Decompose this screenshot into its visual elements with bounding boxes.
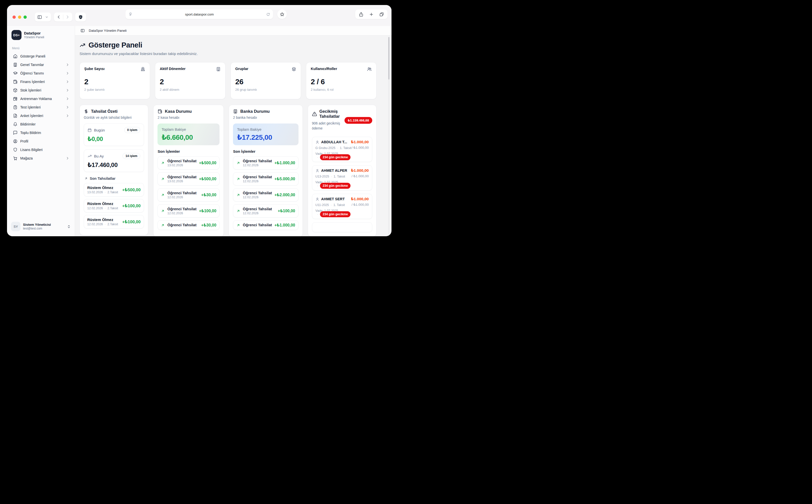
overdue-amount: ₺1.000,00 [351,168,369,173]
transaction-amount: +₺100,00 [199,209,216,213]
sidebar-item-antrenman-yoklama[interactable]: Antrenman-Yoklama [11,95,71,103]
map-pin-icon [141,67,145,71]
transaction-row[interactable]: Öğrenci Tahsilat 12.02.2026 +₺30,00 [157,188,219,201]
card-title: Kasa Durumu [165,109,191,114]
transaction-row[interactable]: Öğrenci Tahsilat 13.02.2026 +₺500,00 [157,172,219,185]
total-amount: / ₺1.000,00 [351,203,369,207]
wallet-icon [157,109,162,114]
back-icon[interactable] [57,15,61,19]
overdue-row[interactable]: ABDULLAH T... ₺1.000,00 G Grubu-20251. T… [312,137,372,162]
payer-name: Rüstem Ölmez [87,217,118,222]
banka-durumu-card: Banka Durumu 2 banka hesabı Toplam Bakiy… [229,105,303,236]
overdue-row-partial[interactable] [312,222,372,232]
overdue-row[interactable]: AHMET SERT ₺1.000,00 U11-20251. Taksit /… [312,194,372,219]
stat-card-sube-sayisi: Şube Sayısı 2 2 şube tanımlı [79,62,150,99]
transaction-date: 12.02.2026 [167,195,199,199]
overdue-amount: ₺1.000,00 [351,140,369,144]
debtor-name: AHMET ALPER [321,169,349,173]
privacy-report-button[interactable] [75,13,86,21]
panel-left-icon[interactable] [81,29,85,33]
trending-up-icon [87,154,92,158]
user-name: Sistem Yöneticisi [23,223,51,227]
zoom-window-button[interactable] [23,15,27,19]
sidebar-item-stok-islemleri[interactable]: Stok İşlemleri [11,86,71,95]
stat-subtitle: 2 aktif dönem [160,88,221,91]
sidebar-item-ogrenci-tanimi[interactable]: Öğrenci Tanımı [11,69,71,77]
transaction-row[interactable]: Öğrenci Tahsilat +₺1.000,00 [233,220,298,230]
arrow-up-right-icon [161,193,165,197]
cash-balance-box: Toplam Bakiye ₺6.660,00 [157,123,219,145]
sidebar-item-test-islemleri[interactable]: Test İşlemleri [11,103,71,111]
sidebar-item-lisans-bilgileri[interactable]: Lisans Bilgileri [11,145,71,154]
toolbar-right-group [355,9,387,19]
sidebar-item-label: Antrenman-Yoklama [20,97,63,101]
new-tab-icon[interactable] [369,12,374,17]
stat-card-kullanici-roller: Kullanıcı/Roller 2 / 6 2 kullanıcı, 6 ro… [306,62,377,99]
browser-window: sport.dataspor.com DS+ DataSpor Yönetim … [7,5,391,236]
transaction-name: Öğrenci Tahsilat [243,191,272,195]
transaction-row[interactable]: Öğrenci Tahsilat 12.02.2026 +₺100,00 [157,204,219,217]
chevron-down-icon [45,15,49,19]
dollar-icon [84,109,89,114]
balance-label: Toplam Bakiye [237,127,294,131]
avatar: SY [11,222,21,231]
collection-row[interactable]: Rüstem Ölmez 12.02.20262.Taksit +₺100,00 [84,199,144,213]
divider [63,15,63,19]
stat-value: 2 / 6 [311,77,372,86]
reader-view-icon[interactable] [129,12,133,16]
user-email: test@test.com [23,227,51,230]
installment: 2.Taksit [103,223,118,226]
building-icon [233,109,238,114]
minimize-window-button[interactable] [18,15,21,19]
stat-title: Kullanıcı/Roller [311,67,337,71]
sidebar-toggle-button[interactable] [35,13,51,21]
stat-subtitle: 26 grup tanımlı [235,88,296,91]
share-icon[interactable] [359,12,363,17]
app-subtitle: Yönetim Paneli [24,35,44,39]
transaction-row[interactable]: Öğrenci Tahsilat +₺30,00 [157,220,219,230]
wallet-icon [13,79,17,84]
transaction-name: Öğrenci Tahsilat [243,175,272,179]
forward-icon[interactable] [65,15,70,19]
users-icon [367,67,372,71]
tab-overview-icon[interactable] [379,12,384,17]
transaction-date: 13.02.2026 [167,179,196,183]
sidebar-item-finans-islemleri[interactable]: Finans İşlemleri [11,77,71,86]
user-menu[interactable]: SY Sistem Yöneticisi test@test.com [10,221,72,232]
transaction-amount: +₺5.000,00 [275,177,295,181]
transaction-row[interactable]: Öğrenci Tahsilat 12.02.2026 +₺100,00 [233,204,298,217]
overdue-row[interactable]: AHMET ALPER ₺1.000,00 U13-20251. Taksit … [312,165,372,191]
installment: 2.Taksit [103,191,118,194]
user-icon [315,197,319,201]
sidebar-item-magaza[interactable]: Mağaza [11,154,71,163]
sidebar-item-toplu-bildirim[interactable]: Toplu Bildirim [11,129,71,137]
collection-row[interactable]: Rüstem Ölmez 13.02.20262.Taksit +₺500,00 [84,183,144,197]
stat-subtitle: 2 kullanıcı, 6 rol [311,88,372,91]
bookmark-button[interactable] [277,9,287,19]
transaction-row[interactable]: Öğrenci Tahsilat 13.02.2026 +₺500,00 [157,156,219,169]
transaction-name: Öğrenci Tahsilat [243,223,272,227]
scrollbar-thumb[interactable] [388,37,389,79]
collection-row[interactable]: Rüstem Ölmez 12.02.20262.Taksit +₺100,00 [84,215,144,229]
sidebar-item-bildirimler[interactable]: Bildirimler [11,120,71,129]
sidebar-item-gosterge-paneli[interactable]: Gösterge Paneli [11,52,71,61]
transaction-name: Öğrenci Tahsilat [167,223,199,227]
clipboard-icon [13,105,17,109]
transaction-name: Öğrenci Tahsilat [167,159,196,163]
arrow-up-right-icon [161,209,165,213]
app-logo[interactable]: DS+ DataSpor Yönetim Paneli [11,29,71,43]
address-bar[interactable]: sport.dataspor.com [125,9,273,19]
sidebar-item-anket-islemleri[interactable]: Anket İşlemleri [11,111,71,120]
reload-icon[interactable] [266,13,270,16]
transaction-row[interactable]: Öğrenci Tahsilat 12.02.2026 +₺1.000,00 [233,156,298,169]
panel-left-icon [37,15,42,19]
card-subtitle: Günlük ve aylık tahsilat bilgileri [84,115,144,119]
sidebar-item-label: Öğrenci Tanımı [20,71,63,75]
month-label: Bu Ay [94,154,120,158]
stat-card-aktif-donemler: Aktif Dönemler 2 2 aktif dönem [155,62,225,99]
close-window-button[interactable] [13,15,16,19]
sidebar-item-profil[interactable]: Profil [11,137,71,145]
transaction-row[interactable]: Öğrenci Tahsilat 12.02.2026 +₺2.000,00 [233,188,298,201]
transaction-row[interactable]: Öğrenci Tahsilat 12.02.2026 +₺5.000,00 [233,172,298,185]
sidebar-item-genel-tanimlar[interactable]: Genel Tanımlar [11,61,71,69]
